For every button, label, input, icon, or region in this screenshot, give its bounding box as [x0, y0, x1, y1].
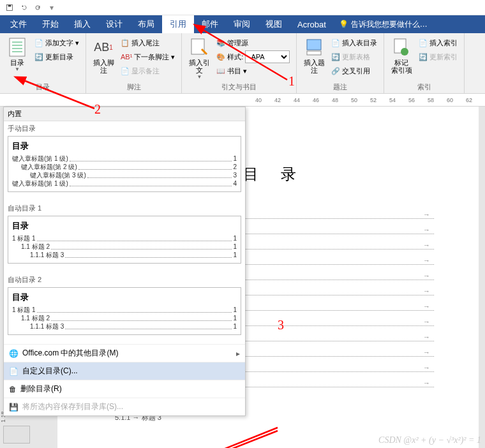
tab-view[interactable]: 视图 [258, 15, 290, 33]
tab-acrobat[interactable]: Acrobat [290, 15, 334, 33]
mark-entry-icon [391, 36, 412, 59]
ruler-tick: 44 [287, 97, 306, 103]
preview-heading: 目录 [12, 220, 237, 232]
tab-home[interactable]: 开始 [34, 15, 66, 33]
tab-arrow-icon: → [423, 333, 434, 341]
preview-line: 键入章标题(第 1 级)1 [12, 154, 237, 163]
tab-arrow-icon: → [423, 226, 434, 234]
insert-caption-button[interactable]: 插入题注 [301, 36, 327, 74]
ruler: 40 42 44 46 48 50 52 54 56 58 60 62 [0, 94, 485, 107]
preview-line: 1.1 标题 21 [12, 243, 237, 251]
annotation-3: 3 [278, 318, 284, 332]
insert-endnote-button[interactable]: 📋插入尾注 [118, 36, 177, 50]
toc-button[interactable]: 目录 ▼ [4, 36, 31, 72]
svg-rect-3 [10, 38, 25, 56]
quick-access-toolbar: ▾ [0, 0, 485, 15]
insert-footnote-button[interactable]: AB1 插入脚注 [90, 36, 117, 74]
tell-me-label: 告诉我您想要做什么… [351, 19, 428, 30]
custom-toc[interactable]: 📄 自定义目录(C)... [4, 362, 245, 380]
biblio-icon: 📖 [216, 67, 225, 75]
globe-icon: 🌐 [9, 349, 19, 358]
line-page: 1 [233, 251, 237, 259]
biblio-label: 书目 [227, 66, 241, 76]
next-footnote-button[interactable]: AB¹下一条脚注 ▾ [118, 50, 177, 64]
line-text: 1 标题 1 [12, 306, 36, 314]
ruler-tick: 58 [421, 97, 440, 103]
insert-index-button[interactable]: 📄插入索引 [416, 36, 460, 50]
save-icon[interactable] [4, 2, 15, 13]
group-footnotes-label: 脚注 [90, 81, 177, 93]
manage-sources-button[interactable]: 📚管理源 [214, 36, 292, 50]
auto-toc-1-option[interactable]: 自动目录 1 目录 1 标题 111.1 标题 211.1.1 标题 31 [4, 201, 245, 273]
tab-arrow-icon: → [423, 241, 434, 249]
ruler-tick: 48 [325, 97, 345, 103]
svg-point-12 [401, 48, 408, 56]
auto1-title: 自动目录 1 [8, 204, 241, 213]
mark-entry-button[interactable]: 标记 索引项 [388, 36, 415, 74]
manual-toc-option[interactable]: 手动目录 目录 键入章标题(第 1 级)1键入章标题(第 2 级)2键入章标题(… [4, 121, 245, 201]
tab-insert[interactable]: 插入 [66, 15, 98, 33]
repeat-icon[interactable] [32, 2, 43, 13]
remove-toc[interactable]: 🗑 删除目录(R) [4, 380, 245, 398]
tab-layout[interactable]: 布局 [130, 15, 162, 33]
custom-toc-label: 自定义目录(C)... [22, 366, 78, 377]
tab-arrow-icon: → [423, 379, 434, 387]
ribbon: 目录 ▼ 📄添加文字 ▾ 🔄更新目录 目录 AB1 插入脚注 📋插入尾注 AB¹… [0, 33, 485, 94]
tab-arrow-icon: → [423, 257, 434, 264]
tell-me[interactable]: 💡 告诉我您想要做什么… [334, 15, 485, 33]
update-index-icon: 🔄 [419, 53, 428, 61]
ruler-tick: 62 [459, 97, 479, 103]
tab-arrow-icon: → [423, 287, 434, 295]
svg-rect-8 [191, 39, 204, 54]
bibliography-button[interactable]: 📖书目 ▾ [214, 64, 292, 78]
update-table-button[interactable]: 🔄更新表格 [329, 50, 380, 64]
auto-toc-2-option[interactable]: 自动目录 2 目录 1 标题 111.1 标题 211.1.1 标题 31 [4, 273, 245, 344]
tab-arrow-icon: → [423, 364, 434, 371]
update-toc-button[interactable]: 🔄更新目录 [32, 50, 82, 64]
cross-ref-button[interactable]: 🔗交叉引用 [329, 64, 380, 78]
undo-icon[interactable] [18, 2, 29, 13]
insert-citation-button[interactable]: 插入引文 ▼ [186, 36, 213, 80]
tab-file[interactable]: 文件 [3, 15, 34, 33]
update-index-button[interactable]: 🔄更新索引 [416, 50, 460, 64]
insert-index-label: 插入索引 [429, 38, 458, 48]
xref-label: 交叉引用 [342, 66, 370, 76]
save-selection-toc: 💾 将所选内容保存到目录库(S)... [4, 398, 245, 415]
group-toc-label: 目录 [4, 81, 82, 93]
add-text-button[interactable]: 📄添加文字 ▾ [32, 36, 82, 50]
next-footnote-label: 下一条脚注 [134, 52, 169, 62]
update-icon: 🔄 [34, 53, 43, 61]
preview-heading: 目录 [12, 140, 237, 152]
tab-review[interactable]: 审阅 [226, 15, 258, 33]
qat-dropdown-icon[interactable]: ▾ [46, 2, 57, 13]
style-dropdown[interactable]: APA [245, 50, 290, 63]
page-thumbnail[interactable] [3, 426, 30, 444]
line-page: 1 [233, 243, 237, 251]
ribbon-tabs: 文件 开始 插入 设计 布局 引用 邮件 审阅 视图 Acrobat 💡 告诉我… [0, 15, 485, 33]
insert-figures-label: 插入表目录 [342, 38, 377, 48]
tab-arrow-icon: → [423, 211, 434, 218]
more-office-toc[interactable]: 🌐 Office.com 中的其他目录(M) ▸ [4, 344, 245, 362]
caption-icon [304, 36, 324, 59]
line-page: 4 [233, 179, 237, 188]
preview-line: 1.1.1 标题 31 [12, 251, 237, 259]
group-citations-label: 引文与书目 [186, 81, 292, 93]
auto1-preview: 目录 1 标题 111.1 标题 211.1.1 标题 31 [8, 216, 241, 264]
line-page: 1 [233, 314, 237, 322]
ruler-tick: 54 [383, 97, 402, 103]
tab-design[interactable]: 设计 [98, 15, 130, 33]
insert-figures-button[interactable]: 📄插入表目录 [329, 36, 380, 50]
endnote-icon: 📋 [121, 39, 130, 47]
auto2-preview: 目录 1 标题 111.1 标题 211.1.1 标题 31 [8, 287, 241, 335]
line-page: 1 [233, 306, 237, 314]
update-table-icon: 🔄 [331, 53, 340, 61]
chevron-down-icon: ▼ [15, 66, 20, 72]
ruler-tick: 56 [402, 97, 421, 103]
line-text: 键入章标题(第 1 级) [12, 154, 68, 163]
tab-references[interactable]: 引用 [162, 15, 194, 33]
show-notes-label: 显示备注 [131, 66, 160, 76]
show-notes-button[interactable]: 📄显示备注 [118, 64, 177, 78]
line-text: 1.1 标题 2 [21, 314, 50, 322]
figures-icon: 📄 [331, 39, 340, 47]
tab-mailings[interactable]: 邮件 [194, 15, 226, 33]
